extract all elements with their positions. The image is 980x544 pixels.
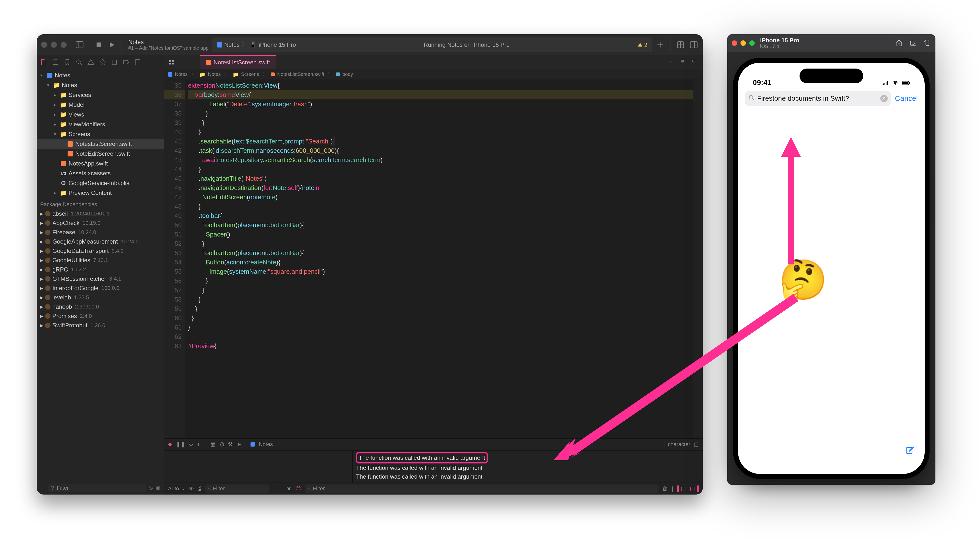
- navigator-tabs[interactable]: [37, 55, 164, 69]
- clock-icon[interactable]: ⧀: [149, 485, 153, 491]
- compose-icon[interactable]: [905, 445, 915, 456]
- disclosure-icon[interactable]: ▸: [40, 257, 43, 264]
- package-row[interactable]: ▸ GoogleAppMeasurement 10.24.0: [37, 237, 164, 246]
- variables-view[interactable]: [164, 451, 353, 482]
- console-eye-icon[interactable]: 👁: [286, 485, 292, 492]
- window-controls[interactable]: [41, 42, 67, 48]
- home-icon[interactable]: [895, 39, 903, 47]
- step-over-icon[interactable]: ⤼: [189, 441, 193, 447]
- trash-icon[interactable]: 🗑: [662, 485, 668, 492]
- scheme-area[interactable]: Notes #1 – Add "Notes for iOS" sample ap…: [128, 39, 208, 51]
- disclosure-icon[interactable]: ▾: [54, 132, 58, 137]
- disclosure-icon[interactable]: ▸: [40, 266, 43, 273]
- console-line[interactable]: The function was called with an invalid …: [356, 472, 699, 481]
- editor-tabs[interactable]: ‹ › NotesListScreen.swift ≡⁝ ▥ ▢: [164, 55, 703, 69]
- package-row[interactable]: ▸ AppCheck 10.19.0: [37, 218, 164, 228]
- disclosure-icon[interactable]: ▸: [40, 220, 43, 226]
- right-pane-icon[interactable]: ▢▐: [690, 485, 699, 492]
- location-icon[interactable]: ➤: [237, 441, 241, 447]
- filter-field[interactable]: Filter: [48, 484, 146, 492]
- console-siri-icon[interactable]: ⌘: [296, 485, 301, 492]
- clear-icon[interactable]: ✕: [880, 95, 888, 102]
- related-items-icon[interactable]: [168, 59, 175, 65]
- screenshot-icon[interactable]: [910, 39, 917, 47]
- package-row[interactable]: ▸ GoogleUtilities 7.13.1: [37, 256, 164, 265]
- breakpoints-toggle-icon[interactable]: ◆: [168, 441, 172, 447]
- disclosure-icon[interactable]: ▸: [40, 238, 43, 245]
- disclosure-icon[interactable]: ▸: [54, 122, 58, 127]
- tree-row[interactable]: ▾ 📁 Screens: [37, 129, 164, 139]
- warnings-badge[interactable]: 2: [637, 41, 647, 48]
- zoom-icon[interactable]: [749, 40, 755, 46]
- scheme-selector[interactable]: Notes 〉 📱 iPhone 15 Pro: [217, 41, 296, 49]
- disclosure-icon[interactable]: ▸: [54, 92, 58, 98]
- disclosure-icon[interactable]: ▸: [40, 313, 43, 320]
- zoom-icon[interactable]: [61, 42, 67, 48]
- left-pane-icon[interactable]: ▌▢: [677, 485, 686, 492]
- tree-row[interactable]: NotesListScreen.swift: [37, 139, 164, 149]
- tree-row[interactable]: ▾ 📁 Notes: [37, 80, 164, 90]
- package-row[interactable]: ▸ gRPC 1.62.2: [37, 265, 164, 274]
- back-icon[interactable]: ‹: [179, 59, 186, 65]
- disclosure-icon[interactable]: ▸: [54, 102, 58, 108]
- tree-row[interactable]: ▸ 📁 Services: [37, 90, 164, 100]
- tree-row[interactable]: ▸ 📁 Views: [37, 110, 164, 119]
- inspector-toggle-icon[interactable]: [689, 40, 698, 49]
- plus-icon[interactable]: [655, 40, 665, 49]
- step-out-icon[interactable]: ↑: [204, 441, 207, 447]
- close-icon[interactable]: [732, 40, 737, 46]
- disclosure-icon[interactable]: ▸: [40, 322, 43, 329]
- navigator-filter[interactable]: ＋ Filter ⧀ ▣: [37, 481, 164, 495]
- stop-button[interactable]: [94, 40, 103, 49]
- run-button[interactable]: [107, 40, 116, 49]
- issues-navigator-icon[interactable]: [87, 59, 94, 66]
- package-row[interactable]: ▸ InteropForGoogle 100.0.0: [37, 283, 164, 293]
- print-icon[interactable]: ⎙: [198, 485, 201, 492]
- debug-navigator-icon[interactable]: [111, 59, 118, 66]
- tree-row[interactable]: ▸ 📁 Model: [37, 100, 164, 110]
- disclosure-icon[interactable]: ▾: [47, 83, 51, 88]
- bookmark-navigator-icon[interactable]: [64, 59, 71, 66]
- close-icon[interactable]: [41, 42, 47, 48]
- tests-navigator-icon[interactable]: [99, 59, 106, 66]
- memory-graph-icon[interactable]: ⌬: [220, 441, 224, 447]
- debug-target[interactable]: Notes: [259, 441, 273, 447]
- tree-row[interactable]: NoteEditScreen.swift: [37, 149, 164, 159]
- disclosure-icon[interactable]: ▸: [40, 285, 43, 291]
- minimize-icon[interactable]: [740, 40, 746, 46]
- find-navigator-icon[interactable]: [75, 59, 83, 66]
- tree-row[interactable]: NotesApp.swift: [37, 159, 164, 169]
- simulator-titlebar[interactable]: iPhone 15 Pro iOS 17.4: [727, 34, 935, 52]
- editor-options-icon[interactable]: ≡⁝: [670, 59, 676, 65]
- tree-row[interactable]: ▸ 📁 Preview Content: [37, 188, 164, 198]
- package-row[interactable]: ▸ nanopb 2.30910.0: [37, 302, 164, 312]
- disclosure-icon[interactable]: ▸: [40, 229, 43, 236]
- plus-icon[interactable]: ＋: [40, 484, 46, 492]
- console-line[interactable]: The function was called with an invalid …: [356, 463, 699, 472]
- disclosure-icon[interactable]: ▸: [40, 294, 43, 301]
- project-navigator-icon[interactable]: [40, 59, 48, 66]
- activity-view[interactable]: Notes 〉 📱 iPhone 15 Pro Running Notes on…: [212, 37, 652, 52]
- scope-icon[interactable]: ▣: [155, 485, 161, 491]
- vars-filter[interactable]: ⌕ Filter: [205, 485, 269, 493]
- rotate-icon[interactable]: [924, 39, 931, 47]
- sidebar-toggle-icon[interactable]: [75, 40, 84, 49]
- quicklook-icon[interactable]: 👁: [189, 485, 194, 492]
- disclosure-icon[interactable]: ▸: [54, 112, 58, 117]
- file-tree[interactable]: ▾ Notes ▾ 📁 Notes ▸ 📁 Services ▸ 📁 Model…: [37, 69, 164, 481]
- disclosure-icon[interactable]: ▸: [40, 303, 43, 310]
- tree-row[interactable]: ▸ 📁 ViewModifiers: [37, 119, 164, 129]
- tree-row[interactable]: ⚙︎ GoogleService-Info.plist: [37, 178, 164, 188]
- pause-icon[interactable]: ❚❚: [176, 441, 185, 447]
- library-icon[interactable]: [676, 40, 685, 49]
- env-overrides-icon[interactable]: ⚒: [228, 441, 233, 447]
- step-into-icon[interactable]: ↓: [197, 441, 200, 447]
- disclosure-icon[interactable]: ▸: [40, 248, 43, 255]
- package-row[interactable]: ▸ Firebase 10.24.0: [37, 228, 164, 237]
- show-canvas-icon[interactable]: ▢: [692, 59, 699, 65]
- search-input[interactable]: Firestone documents in Swift? ✕: [745, 91, 891, 106]
- debug-bottom-bar[interactable]: Auto ⌄ 👁 ⎙ ⌕ Filter 👁 ⌘ ⌕ Filter 🗑 | ▌▢: [164, 482, 703, 495]
- disclosure-icon[interactable]: ▸: [54, 190, 58, 196]
- window-controls[interactable]: [732, 40, 755, 46]
- package-row[interactable]: ▸ GoogleDataTransport 9.4.0: [37, 246, 164, 256]
